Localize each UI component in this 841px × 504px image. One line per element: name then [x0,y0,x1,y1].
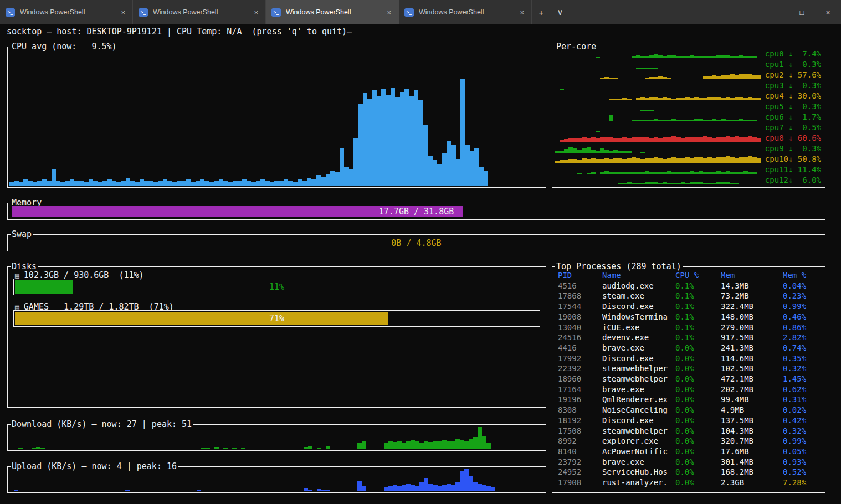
process-name: explorer.exe [602,436,675,446]
disk-bar-label-0: 11% [14,279,540,295]
core-spark-chart [555,101,761,112]
disk-bar-label-1: 71% [14,311,540,326]
tab-bar: >_Windows PowerShell×>_Windows PowerShel… [0,0,532,24]
tab-label: Windows PowerShell [419,8,513,16]
process-mem-percent: 0.31% [783,394,822,405]
process-mem: 168.2MB [721,467,783,477]
tab-1[interactable]: >_Windows PowerShell× [133,0,266,24]
cpu-avg-chart [9,49,544,186]
process-cpu-percent: 0.0% [675,446,721,457]
disks-title: Disks [11,262,38,271]
powershell-icon: >_ [139,8,148,17]
process-pid: 17508 [558,426,602,436]
per-core-rows: cpu0 ↓ 7.4%cpu1 ↓ 0.3%cpu2 ↓ 57.6%cpu3 ↓… [555,49,823,186]
terminal-screen[interactable]: socktop — host: DESKTOP-9P19121 | CPU Te… [0,24,841,504]
process-pid: 19008 [558,312,602,322]
tab-close-icon[interactable]: × [518,8,526,17]
process-rows: 4516audiodg.exe0.1%14.3MB0.04%17868steam… [558,281,822,488]
swap-bar: 0B / 4.8GB [12,238,821,248]
process-mem: 917.5MB [721,332,783,343]
tab-3[interactable]: >_Windows PowerShell× [399,0,532,24]
process-row: 17908rust-analyzer.0.0%2.3GB7.28% [558,477,822,488]
process-cpu-percent: 0.1% [675,281,721,291]
process-name: Discord.exe [602,353,675,364]
process-cpu-percent: 0.1% [675,301,721,312]
core-row-cpu12: cpu12↓ 6.0% [555,175,823,186]
process-cpu-percent: 0.0% [675,384,721,395]
core-spark-chart [555,143,761,154]
process-mem: 99.4MB [721,394,783,405]
process-mem-percent: 0.32% [783,363,822,374]
column-header-mem: Mem [721,270,783,281]
cpu-avg-panel: CPU avg (now: 9.5%) [7,47,546,188]
process-cpu-percent: 0.0% [675,394,721,405]
tab-close-icon[interactable]: × [385,8,393,17]
close-button[interactable]: × [815,0,841,24]
process-pid: 24516 [558,332,602,343]
process-cpu-percent: 0.1% [675,322,721,333]
process-pid: 17908 [558,477,602,488]
core-row-cpu0: cpu0 ↓ 7.4% [555,49,823,59]
tab-0[interactable]: >_Windows PowerShell× [0,0,133,24]
process-row: 17544Discord.exe0.1%322.4MB0.99% [558,301,822,312]
column-header-mem-pct: Mem % [783,270,822,281]
process-mem-percent: 0.86% [783,322,822,333]
core-row-cpu8: cpu8 ↓ 60.6% [555,133,823,143]
core-label: cpu12↓ 6.0% [761,175,823,186]
minimize-button[interactable]: – [763,0,789,24]
process-name: steamwebhelper [602,374,675,384]
process-row: 19196QmlRenderer.ex0.0%99.4MB0.31% [558,394,822,405]
process-name: devenv.exe [602,332,675,343]
process-cpu-percent: 0.0% [675,405,721,415]
app-header: socktop — host: DESKTOP-9P19121 | CPU Te… [7,27,352,37]
process-cpu-percent: 0.1% [675,291,721,301]
process-name: steamwebhelper [602,426,675,436]
process-row: 19008WindowsTermina0.1%148.0MB0.46% [558,312,822,322]
tab-dropdown-button[interactable]: ∨ [551,3,569,21]
new-tab-button[interactable]: + [532,3,550,21]
process-cpu-percent: 0.1% [675,312,721,322]
process-mem: 114.6MB [721,353,783,364]
titlebar: >_Windows PowerShell×>_Windows PowerShel… [0,0,841,24]
core-row-cpu6: cpu6 ↓ 1.7% [555,112,823,122]
process-pid: 18960 [558,374,602,384]
process-pid: 22392 [558,363,602,374]
process-cpu-percent: 0.0% [675,467,721,477]
process-pid: 17164 [558,384,602,395]
tab-close-icon[interactable]: × [252,8,260,17]
core-label: cpu10↓ 50.8% [761,154,823,164]
memory-panel: Memory 17.7GB / 31.8GB [7,203,825,220]
process-name: AcPowerNotific [602,446,675,457]
process-row: 13040iCUE.exe0.1%279.0MB0.86% [558,322,822,333]
process-mem: 279.0MB [721,322,783,333]
process-mem-percent: 7.28% [783,477,822,488]
upload-chart [9,469,544,491]
process-mem-percent: 0.99% [783,436,822,446]
process-name: audiodg.exe [602,281,675,291]
maximize-button[interactable]: □ [789,0,815,24]
process-name: steamwebhelper [602,363,675,374]
process-mem-percent: 0.02% [783,405,822,415]
process-pid: 18192 [558,415,602,426]
tab-2[interactable]: >_Windows PowerShell× [266,0,399,24]
tab-close-icon[interactable]: × [119,8,127,17]
process-pid: 19196 [558,394,602,405]
process-mem-percent: 0.52% [783,467,822,477]
process-mem: 104.3MB [721,426,783,436]
core-label: cpu11↓ 11.4% [761,164,823,175]
column-header-cpu: CPU % [675,270,721,281]
process-pid: 8992 [558,436,602,446]
titlebar-drag-area[interactable] [570,0,763,24]
process-name: brave.exe [602,457,675,467]
process-mem-percent: 0.23% [783,291,822,301]
core-spark-chart [555,122,761,133]
process-row: 4516audiodg.exe0.1%14.3MB0.04% [558,281,822,291]
process-mem: 320.7MB [721,436,783,446]
core-label: cpu8 ↓ 60.6% [761,133,823,143]
process-name: Discord.exe [602,301,675,312]
process-mem-percent: 0.62% [783,384,822,395]
core-spark-chart [555,164,761,175]
core-label: cpu9 ↓ 0.3% [761,143,823,154]
core-label: cpu2 ↓ 57.6% [761,70,823,80]
process-row: 17868steam.exe0.1%73.2MB0.23% [558,291,822,301]
